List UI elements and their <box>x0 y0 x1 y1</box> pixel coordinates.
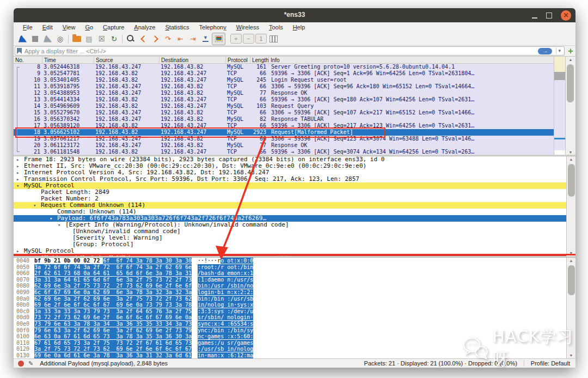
zoom-out-icon[interactable]: − <box>243 34 254 44</box>
column-header-no[interactable]: No. <box>14 57 42 63</box>
detail-line[interactable]: ▸Transmission Control Protocol, Src Port… <box>14 176 575 182</box>
hex-row[interactable]: 00a062 69 6e 3a 2f 62 69 6e 3a 2f 75 73 … <box>14 296 575 302</box>
go-back-icon[interactable] <box>137 33 149 45</box>
expander-icon[interactable]: ▾ <box>33 202 41 209</box>
column-header-destination[interactable]: Destination <box>160 57 226 63</box>
hex-row[interactable]: 00b069 6e 2f 6e 6f 6c 6f 67 69 6e 0a 73 … <box>14 302 575 308</box>
scrollbar-thumb[interactable] <box>568 265 575 295</box>
packet-row[interactable]: 103.053401405192.168.43.82192.168.43.247… <box>14 77 554 83</box>
detail-line[interactable]: ▾MySQL Protocol <box>14 182 575 189</box>
expander-icon[interactable]: ▸ <box>16 163 24 169</box>
hex-row[interactable]: 00d073 72 2f 73 62 69 6e 2f 6e 6f 6c 6f … <box>14 314 575 321</box>
stop-capture-icon[interactable] <box>29 33 41 45</box>
detail-line[interactable]: ▸Ethernet II, Src: VMware_cc:20:30 (00:0… <box>14 163 575 169</box>
bookmark-icon[interactable] <box>17 48 22 54</box>
minimize-icon[interactable] <box>532 13 537 19</box>
intelligent-scrollbar-minimap[interactable] <box>554 57 565 155</box>
packet-row[interactable]: 173.056389120192.168.43.82192.168.43.247… <box>14 123 554 129</box>
scrollbar-thumb[interactable] <box>567 64 574 102</box>
column-header-source[interactable]: Source <box>94 57 160 63</box>
menu-item-wireless[interactable]: Wireless <box>231 23 264 32</box>
menu-item-help[interactable]: Help <box>288 23 310 32</box>
menu-item-go[interactable]: Go <box>80 23 98 32</box>
maximize-icon[interactable] <box>546 13 552 19</box>
detail-line[interactable]: ▾[Expert Info (Warning/Protocol): Unknow… <box>14 222 575 228</box>
close-file-icon[interactable]: ☒ <box>95 33 108 45</box>
hex-row[interactable]: 00c03a 33 3a 33 3a 73 79 73 3a 2f 64 65 … <box>14 308 575 315</box>
column-header-protocol[interactable]: Protocol <box>226 57 250 63</box>
detail-line[interactable]: ▾Payload: 6f6f743a783a303a303a726f6f743a… <box>14 215 575 222</box>
scroll-up-icon[interactable]: ▲ <box>567 259 575 263</box>
scroll-up-icon[interactable]: ▲ <box>566 58 575 62</box>
packet-row[interactable]: 113.053918795192.168.43.247192.168.43.82… <box>14 83 554 90</box>
menu-item-view[interactable]: View <box>58 23 81 32</box>
save-file-icon[interactable]: ▤ <box>83 33 95 45</box>
display-filter-input[interactable]: Apply a display filter ... <Ctrl-/> → ▾ <box>15 46 565 56</box>
go-last-packet-icon[interactable]: ⇥ <box>187 33 199 45</box>
column-header-time[interactable]: Time <box>42 57 94 63</box>
scrollbar-thumb[interactable] <box>568 164 575 197</box>
detail-line[interactable]: [Group: Protocol] <box>14 241 575 248</box>
scroll-down-icon[interactable]: ▼ <box>567 251 575 255</box>
detail-line[interactable]: ▸Internet Protocol Version 4, Src: 192.1… <box>14 169 575 176</box>
colorize-icon[interactable] <box>212 33 225 45</box>
packet-row[interactable]: 123.054388953192.168.43.247192.168.43.82… <box>14 90 554 96</box>
packet-row[interactable]: 183.056625102192.168.43.82192.168.43.247… <box>14 129 554 136</box>
packet-row[interactable]: 133.054414334192.168.43.82192.168.43.247… <box>14 96 554 103</box>
column-header-info[interactable]: Info <box>269 57 575 63</box>
detail-line[interactable]: ▸Frame 18: 2923 bytes on wire (23384 bit… <box>14 156 575 163</box>
detail-line[interactable]: ▾Request Command Unknown (114) <box>14 202 575 209</box>
packet-row[interactable]: 93.052547781192.168.43.82192.168.43.247T… <box>14 70 554 77</box>
capture-comment-icon[interactable]: ✎ <box>28 360 33 367</box>
column-header-length[interactable]: Length <box>250 57 269 63</box>
packet-row[interactable]: 153.055279670192.168.43.247192.168.43.82… <box>14 109 554 116</box>
expander-icon[interactable]: ▾ <box>50 215 57 222</box>
zoom-100-icon[interactable]: 1 <box>255 34 267 44</box>
packet-list-scrollbar[interactable]: ▲ ▼ <box>565 57 575 155</box>
hex-row[interactable]: 0040bf 9b 21 0b 00 02 72 6f 6f 74 3a 78 … <box>14 258 575 264</box>
hex-row[interactable]: 008062 69 6e 3a 2f 75 73 72 2f 73 62 69 … <box>14 283 575 289</box>
packet-row[interactable]: 143.054969609192.168.43.82192.168.43.247… <box>14 103 554 109</box>
expert-info-icon[interactable] <box>18 361 24 367</box>
detail-line[interactable]: [Severity level: Warning] <box>14 235 575 241</box>
resize-columns-icon[interactable] <box>267 33 280 45</box>
reload-file-icon[interactable]: ↻ <box>108 33 120 45</box>
hex-row[interactable]: 00703a 31 3a 64 61 65 6d 6f 6e 3a 2f 75 … <box>14 277 575 283</box>
packet-row[interactable]: 203.061123172192.168.43.247192.168.43.82… <box>14 142 554 149</box>
packet-row[interactable]: 83.052446318192.168.43.247192.168.43.82M… <box>14 64 554 70</box>
expander-icon[interactable]: ▸ <box>16 248 24 254</box>
hex-row[interactable]: 00503a 72 6f 6f 74 3a 2f 72 6f 6f 74 3a … <box>14 264 575 271</box>
close-icon[interactable]: ✕ <box>561 10 571 21</box>
go-to-packet-icon[interactable]: ↷ <box>162 33 174 45</box>
detail-line[interactable]: Command: Unknown (114) <box>14 209 575 215</box>
find-packet-icon[interactable] <box>124 33 137 45</box>
open-file-icon[interactable] <box>70 33 83 45</box>
detail-line[interactable]: Packet Number: 2 <box>14 196 575 202</box>
hex-row[interactable]: 00906c 6f 67 69 6e 0a 62 69 6e 3a 78 3a … <box>14 289 575 296</box>
scroll-down-icon[interactable]: ▼ <box>566 150 575 154</box>
go-forward-icon[interactable] <box>149 33 162 45</box>
detail-line[interactable]: [Unknown/invalid command code] <box>14 228 575 235</box>
expander-icon[interactable]: ▾ <box>58 222 65 228</box>
menu-item-telephony[interactable]: Telephony <box>194 23 231 32</box>
menu-item-statistics[interactable]: Statistics <box>160 23 194 32</box>
auto-scroll-icon[interactable]: ▼ <box>199 33 212 45</box>
details-scrollbar[interactable]: ▲ ▼ <box>566 156 575 256</box>
capture-options-icon[interactable]: ◎ <box>54 33 66 45</box>
start-capture-icon[interactable] <box>16 33 29 45</box>
menu-item-tools[interactable]: Tools <box>264 23 288 32</box>
hex-row[interactable]: 00602f 62 61 73 68 0a 64 61 65 6d 6f 6e … <box>14 270 575 277</box>
go-first-packet-icon[interactable]: ⇤ <box>174 33 187 45</box>
menu-item-capture[interactable]: Capture <box>98 23 129 32</box>
detail-line[interactable]: ▸MySQL Protocol <box>14 248 575 254</box>
restart-capture-icon[interactable] <box>41 33 54 45</box>
expander-icon[interactable]: ▸ <box>16 176 24 182</box>
titlebar[interactable]: *ens33 ✕ <box>14 8 575 22</box>
expander-icon[interactable]: ▸ <box>16 169 24 176</box>
menu-item-analyze[interactable]: Analyze <box>129 23 160 32</box>
menu-item-file[interactable]: File <box>18 23 38 32</box>
filter-history-caret-icon[interactable]: ▾ <box>556 47 561 54</box>
detail-line[interactable]: Packet Length: 2849 <box>14 189 575 196</box>
packet-row[interactable]: 163.056370342192.168.43.247192.168.43.82… <box>14 116 554 123</box>
zoom-in-icon[interactable]: + <box>230 34 242 44</box>
